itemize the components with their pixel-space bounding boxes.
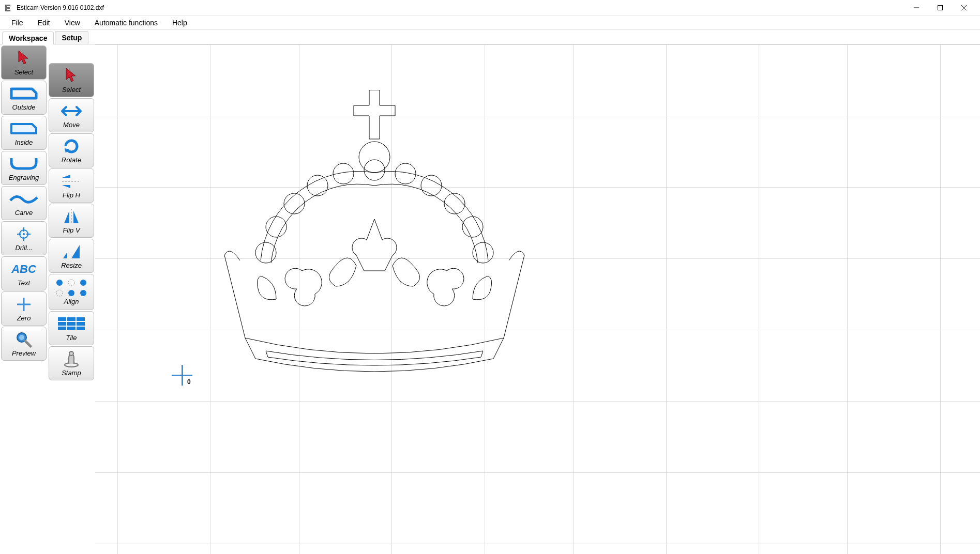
tool-label: Stamp <box>62 369 81 377</box>
tabbar: Workspace Setup <box>0 30 980 44</box>
resize-icon <box>60 243 83 260</box>
svg-point-2 <box>23 233 25 235</box>
titlebar: Estlcam Version 9.016 0102.dxf <box>0 0 980 16</box>
origin-label: 0 <box>187 378 191 386</box>
tool-label: Outside <box>12 103 36 111</box>
svg-point-26 <box>307 175 328 196</box>
svg-rect-0 <box>938 5 943 10</box>
tab-workspace[interactable]: Workspace <box>2 32 54 44</box>
window-controls <box>904 0 976 16</box>
tab-setup[interactable]: Setup <box>55 31 88 44</box>
main: Select Outside Inside Engraving Carve Dr… <box>0 44 980 554</box>
svg-point-29 <box>444 193 465 214</box>
tile-icon <box>56 315 87 333</box>
svg-rect-17 <box>58 327 66 330</box>
tool-label: Resize <box>61 261 82 269</box>
text-button[interactable]: ABC Text <box>1 256 47 290</box>
stamp-button[interactable]: Stamp <box>49 346 94 380</box>
svg-point-24 <box>333 163 354 184</box>
cursor-icon <box>17 50 31 67</box>
svg-point-4 <box>19 335 24 340</box>
align-icon <box>53 279 89 297</box>
svg-point-28 <box>284 193 305 214</box>
svg-rect-16 <box>77 322 85 326</box>
flipv-button[interactable]: Flip V <box>49 204 94 238</box>
svg-rect-15 <box>67 322 76 326</box>
svg-point-32 <box>255 242 276 263</box>
tool-label: Rotate <box>62 156 81 164</box>
tile-button[interactable]: Tile <box>49 311 94 345</box>
fliph-button[interactable]: Flip H <box>49 168 94 203</box>
select2-button[interactable]: Select <box>49 63 94 97</box>
cursor-icon <box>64 67 79 85</box>
app-icon <box>4 4 12 12</box>
drawing-crown <box>183 90 566 379</box>
select-button[interactable]: Select <box>1 45 47 80</box>
close-button[interactable] <box>952 0 976 16</box>
tool-label: Select <box>62 86 81 94</box>
tool-label: Move <box>63 121 80 129</box>
window-title: Estlcam Version 9.016 0102.dxf <box>17 4 904 11</box>
toolbar-secondary: Select Move Rotate Flip H Flip V Resize <box>48 62 95 554</box>
menu-view[interactable]: View <box>57 17 87 29</box>
tool-label: Align <box>64 298 79 305</box>
text-icon: ABC <box>11 260 36 278</box>
svg-point-31 <box>462 217 483 237</box>
svg-rect-12 <box>67 317 76 321</box>
menu-file[interactable]: File <box>4 17 31 29</box>
stamp-icon <box>63 350 80 368</box>
canvas[interactable]: 0 <box>95 44 980 554</box>
inside-button[interactable]: Inside <box>1 116 47 150</box>
zero-icon <box>15 296 33 313</box>
carve-icon <box>8 190 39 208</box>
outside-button[interactable]: Outside <box>1 81 47 115</box>
tool-label: Carve <box>15 209 33 217</box>
svg-rect-14 <box>58 322 66 326</box>
svg-point-25 <box>395 163 416 184</box>
svg-point-33 <box>473 242 493 263</box>
rotate-button[interactable]: Rotate <box>49 133 94 167</box>
engraving-button[interactable]: Engraving <box>1 151 47 185</box>
tool-label: Flip H <box>63 191 80 199</box>
tool-label: Drill... <box>15 244 32 252</box>
svg-point-27 <box>421 175 442 196</box>
inside-icon <box>8 120 39 137</box>
preview-icon <box>15 331 33 348</box>
tool-label: Tile <box>66 334 77 342</box>
resize-button[interactable]: Resize <box>49 239 94 273</box>
minimize-button[interactable] <box>904 0 928 16</box>
tool-label: Engraving <box>9 174 39 181</box>
svg-rect-13 <box>77 317 85 321</box>
drill-button[interactable]: Drill... <box>1 221 47 255</box>
tool-label: Select <box>14 68 33 76</box>
svg-point-5 <box>56 280 63 286</box>
tool-label: Inside <box>15 138 33 146</box>
move-button[interactable]: Move <box>49 98 94 132</box>
menubar: File Edit View Automatic functions Help <box>0 16 980 30</box>
tool-label: Text <box>18 279 30 287</box>
svg-point-6 <box>68 280 74 286</box>
svg-rect-19 <box>77 327 85 330</box>
svg-point-8 <box>56 290 63 296</box>
menu-automatic-functions[interactable]: Automatic functions <box>87 17 165 29</box>
tool-label: Flip V <box>63 226 80 234</box>
fliph-icon <box>60 173 83 190</box>
toolbar-primary: Select Outside Inside Engraving Carve Dr… <box>0 44 48 554</box>
svg-point-9 <box>68 290 74 296</box>
carve-button[interactable]: Carve <box>1 186 47 220</box>
engraving-icon <box>8 155 39 173</box>
tool-label: Preview <box>12 349 36 357</box>
menu-help[interactable]: Help <box>165 17 194 29</box>
flipv-icon <box>60 208 83 225</box>
align-button[interactable]: Align <box>49 274 94 310</box>
svg-point-7 <box>80 280 86 286</box>
drill-icon <box>15 225 33 243</box>
maximize-button[interactable] <box>928 0 952 16</box>
move-icon <box>60 102 83 120</box>
svg-point-21 <box>69 351 73 356</box>
outside-icon <box>8 85 39 102</box>
zero-button[interactable]: Zero <box>1 291 47 326</box>
svg-rect-11 <box>58 317 66 321</box>
preview-button[interactable]: Preview <box>1 327 47 361</box>
menu-edit[interactable]: Edit <box>31 17 57 29</box>
